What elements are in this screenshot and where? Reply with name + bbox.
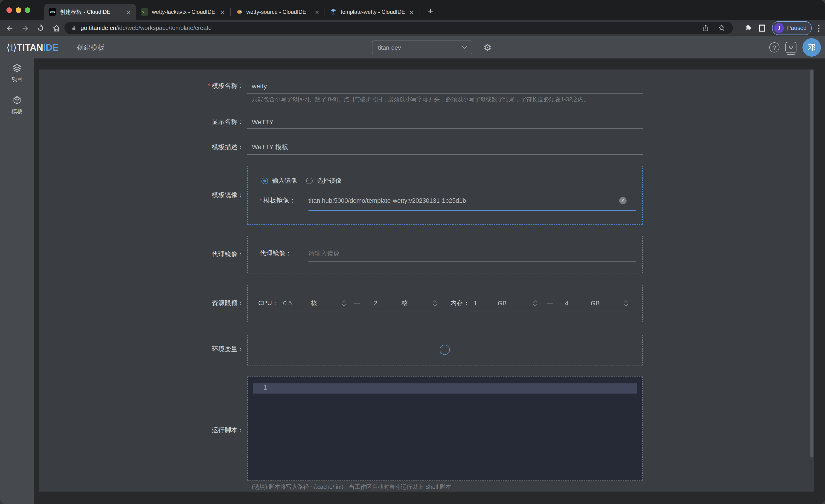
display-name-input[interactable]: WeTTY bbox=[252, 118, 274, 125]
cpu-max-stepper[interactable]: 2 核 bbox=[369, 295, 440, 312]
profile-status-badge: Paused bbox=[787, 25, 807, 31]
sidebar-item-projects[interactable]: 项目 bbox=[11, 63, 22, 83]
tab-wetty-source[interactable]: wetty-source - CloudIDE × bbox=[231, 4, 324, 20]
close-tab-icon[interactable]: × bbox=[220, 8, 226, 15]
close-window-button[interactable] bbox=[6, 7, 12, 13]
run-script-hint: (选填) 脚本将写入路径 ~/.cache/.init，当工作区启动时自动运行以… bbox=[252, 483, 451, 491]
help-icon[interactable]: ? bbox=[769, 43, 779, 53]
focused-input-underline bbox=[308, 211, 636, 211]
field-label-description: 模板描述： bbox=[39, 143, 244, 151]
editor-caret bbox=[275, 384, 275, 393]
extensions-puzzle-icon[interactable] bbox=[744, 24, 752, 32]
close-tab-icon[interactable]: × bbox=[408, 8, 415, 15]
clear-input-icon[interactable]: ✕ bbox=[619, 197, 626, 204]
memory-label: 内存： bbox=[450, 299, 469, 308]
user-avatar[interactable]: 邓 bbox=[803, 38, 821, 57]
cpu-min-stepper[interactable]: 0.5 核 bbox=[279, 295, 349, 312]
radio-choose-image-label: 选择镜像 bbox=[317, 177, 342, 185]
tab-title: wetty-source - CloudIDE bbox=[246, 9, 314, 15]
tab-title: template-wetty - CloudIDE bbox=[341, 9, 408, 15]
tab-wetty-lackavtx[interactable]: >_ wetty-lackavtx - CloudIDE × bbox=[136, 4, 230, 20]
template-name-input[interactable]: wetty bbox=[252, 82, 267, 90]
editor-line-number: 1 bbox=[260, 384, 271, 391]
cpu-max-unit: 核 bbox=[401, 299, 408, 307]
titanide-favicon: <t> bbox=[49, 8, 56, 16]
field-label-proxy-image: 代理镜像： bbox=[39, 250, 244, 259]
app-sidebar: 项目 模板 bbox=[0, 59, 34, 504]
inner-label-proxy-image: 代理镜像： bbox=[260, 249, 292, 258]
field-label-resources: 资源限额： bbox=[39, 299, 244, 308]
cpu-label: CPU： bbox=[258, 299, 278, 308]
app-header: ⟨t⟩TITANIDE 创建模板 titan-dev ⚙ ? ⚙ 邓 bbox=[0, 36, 825, 59]
workspace-select[interactable]: titan-dev bbox=[372, 40, 472, 54]
terminal-favicon: >_ bbox=[141, 8, 148, 16]
lock-icon bbox=[71, 25, 77, 31]
input-underline bbox=[247, 129, 643, 129]
field-label-run-script: 运行脚本： bbox=[39, 426, 244, 434]
add-env-var-button[interactable] bbox=[440, 345, 450, 355]
workspace-settings-gear-icon[interactable]: ⚙ bbox=[483, 43, 492, 53]
minimize-window-button[interactable] bbox=[16, 7, 21, 13]
window-controls bbox=[6, 7, 30, 13]
template-image-group bbox=[247, 166, 643, 225]
zoom-window-button[interactable] bbox=[25, 7, 30, 13]
address-bar[interactable]: go.titanide.cn/ide/web/workspace/templat… bbox=[64, 22, 733, 34]
tab-title: 创建模板 - CloudIDE bbox=[60, 8, 126, 16]
radio-input-image-label: 输入镜像 bbox=[272, 177, 297, 185]
tab-template-wetty[interactable]: template-wetty - CloudIDE × bbox=[325, 4, 419, 20]
tab-strip: <t> 创建模板 - CloudIDE × >_ wetty-lackavtx … bbox=[0, 0, 825, 20]
main-area: *模板名称： wetty 只能包含小写字母[a-z]、数字[0-9]、点[.]与… bbox=[34, 59, 825, 504]
reload-icon[interactable] bbox=[35, 22, 46, 33]
editor-active-line bbox=[253, 384, 637, 394]
browser-profile-button[interactable]: J Paused bbox=[772, 21, 812, 35]
required-asterisk: * bbox=[208, 82, 210, 89]
stepper-arrows[interactable] bbox=[624, 300, 628, 306]
stepper-arrows[interactable] bbox=[433, 300, 437, 306]
inner-label-template-image: *模板镜像： bbox=[260, 196, 296, 205]
input-underline bbox=[247, 154, 643, 155]
memory-max-value: 4 bbox=[565, 300, 568, 307]
field-label-template-name: *模板名称： bbox=[39, 82, 244, 90]
profile-avatar: J bbox=[774, 23, 784, 33]
side-panel-icon[interactable] bbox=[758, 24, 765, 32]
panel-scrollbar[interactable] bbox=[810, 70, 814, 457]
required-asterisk: * bbox=[260, 197, 262, 204]
close-tab-icon[interactable]: × bbox=[314, 8, 320, 15]
share-icon[interactable] bbox=[702, 24, 709, 31]
field-label-display-name: 显示名称： bbox=[39, 118, 244, 126]
memory-min-stepper[interactable]: 1 GB bbox=[469, 295, 540, 312]
cpu-min-value: 0.5 bbox=[283, 300, 292, 307]
radio-choose-image[interactable] bbox=[306, 178, 313, 184]
sidebar-item-label: 项目 bbox=[11, 76, 22, 83]
tab-title: wetty-lackavtx - CloudIDE bbox=[152, 9, 220, 15]
bookmark-star-icon[interactable] bbox=[718, 24, 726, 32]
radio-input-image[interactable] bbox=[261, 178, 268, 184]
new-tab-button[interactable]: + bbox=[425, 6, 436, 17]
sidebar-item-label: 模板 bbox=[11, 108, 22, 115]
editor-column-ruler bbox=[584, 394, 584, 479]
run-script-editor[interactable]: 1 bbox=[247, 376, 643, 481]
cube-icon bbox=[12, 95, 22, 105]
memory-max-stepper[interactable]: 4 GB bbox=[560, 295, 631, 312]
create-template-form: *模板名称： wetty 只能包含小写字母[a-z]、数字[0-9]、点[.]与… bbox=[39, 70, 814, 492]
memory-min-value: 1 bbox=[474, 300, 477, 307]
page-title: 创建模板 bbox=[77, 43, 104, 52]
forward-icon[interactable] bbox=[19, 22, 30, 33]
admin-console-icon[interactable]: ⚙ bbox=[785, 42, 797, 53]
proxy-image-input[interactable]: 请输入镜像 bbox=[308, 249, 340, 258]
template-image-input[interactable]: titan.hub:5000/demo/template-wetty:v2023… bbox=[308, 197, 466, 204]
stepper-arrows[interactable] bbox=[342, 300, 346, 306]
browser-menu-icon[interactable] bbox=[818, 25, 820, 31]
titanide-logo[interactable]: ⟨t⟩TITANIDE bbox=[6, 42, 59, 53]
tab-create-template[interactable]: <t> 创建模板 - CloudIDE × bbox=[44, 4, 136, 20]
stepper-arrows[interactable] bbox=[533, 300, 537, 306]
back-icon[interactable] bbox=[4, 22, 15, 33]
description-input[interactable]: WeTTY 模板 bbox=[252, 143, 288, 151]
memory-max-unit: GB bbox=[591, 300, 600, 307]
close-tab-icon[interactable]: × bbox=[126, 8, 132, 15]
fish-favicon bbox=[235, 8, 243, 16]
sidebar-item-templates[interactable]: 模板 bbox=[11, 95, 22, 115]
home-icon[interactable] bbox=[51, 22, 62, 33]
input-underline bbox=[247, 93, 643, 94]
field-label-template-image: 模板镜像： bbox=[39, 191, 244, 199]
